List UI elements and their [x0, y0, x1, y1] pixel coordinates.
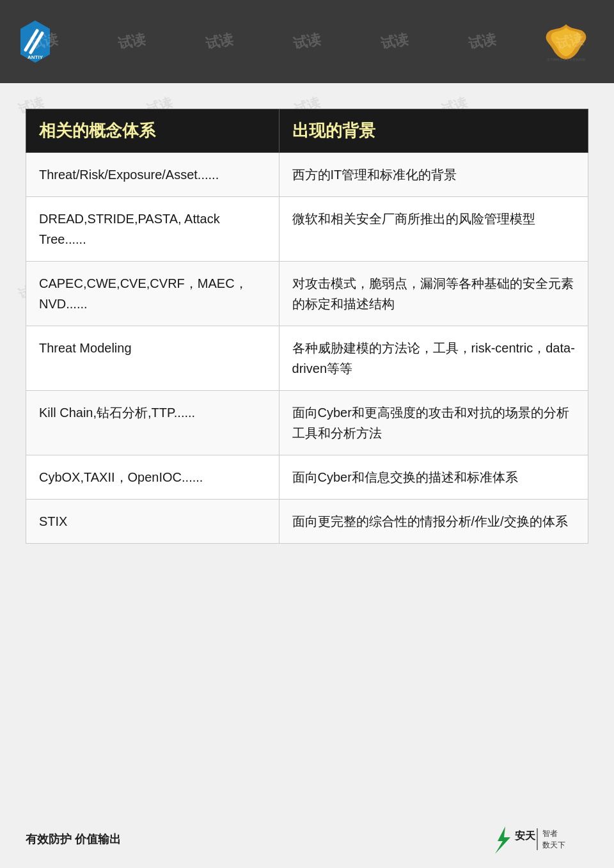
right-logo-icon: ANTIY 安天网络安全冬令营第四期 — [534, 21, 598, 63]
table-row: CAPEC,CWE,CVE,CVRF，MAEC，NVD......对攻击模式，脆… — [26, 262, 588, 326]
header-watermark: 试读 — [116, 29, 147, 53]
logo-area: ANTIY — [13, 19, 58, 64]
svg-text:ANTIY: ANTIY — [28, 54, 43, 60]
antiy-logo-icon: ANTIY — [13, 19, 58, 64]
main-content: 试读 试读 试读 试读 试读 试读 试读 试读 试读 试读 试读 试读 试读 试… — [0, 83, 614, 556]
header-right-logo: ANTIY 安天网络安全冬令营第四期 — [531, 16, 601, 67]
content-table: 相关的概念体系 出现的背景 Threat/Risk/Exposure/Asset… — [26, 109, 588, 544]
table-cell-left: CybOX,TAXII，OpenIOC...... — [26, 455, 279, 500]
footer-logo: 安天 智者 数天下 — [486, 823, 588, 855]
table-header-left: 相关的概念体系 — [26, 109, 279, 153]
svg-text:安天: 安天 — [514, 830, 536, 841]
header-watermark: 试读 — [379, 29, 411, 53]
table-cell-right: 面向Cyber和更高强度的攻击和对抗的场景的分析工具和分析方法 — [279, 391, 588, 455]
table-row: Threat/Risk/Exposure/Asset......西方的IT管理和… — [26, 153, 588, 197]
header-watermark-container: 试读 试读 试读 试读 试读 试读 试读 — [0, 0, 614, 83]
table-row: Threat Modeling各种威胁建模的方法论，工具，risk-centri… — [26, 326, 588, 391]
table-cell-right: 面向Cyber和信息交换的描述和标准体系 — [279, 455, 588, 500]
footer: 有效防护 价值输出 安天 智者 数天下 — [0, 823, 614, 855]
table-cell-left: Threat Modeling — [26, 326, 279, 391]
table-row: DREAD,STRIDE,PASTA, Attack Tree......微软和… — [26, 197, 588, 262]
svg-marker-6 — [495, 826, 510, 854]
footer-tagline: 有效防护 价值输出 — [26, 832, 121, 847]
table-row: STIX面向更完整的综合性的情报分析/作业/交换的体系 — [26, 500, 588, 544]
header: ANTIY 试读 试读 试读 试读 试读 试读 试读 ANTIY 安天网络安全冬… — [0, 0, 614, 83]
svg-text:智者: 智者 — [542, 829, 558, 838]
table-cell-right: 各种威胁建模的方法论，工具，risk-centric，data-driven等等 — [279, 326, 588, 391]
table-cell-right: 微软和相关安全厂商所推出的风险管理模型 — [279, 197, 588, 262]
table-cell-left: DREAD,STRIDE,PASTA, Attack Tree...... — [26, 197, 279, 262]
header-watermark: 试读 — [292, 29, 323, 53]
table-cell-right: 对攻击模式，脆弱点，漏洞等各种基础的安全元素的标定和描述结构 — [279, 262, 588, 326]
table-cell-right: 西方的IT管理和标准化的背景 — [279, 153, 588, 197]
svg-text:安天网络安全冬令营第四期: 安天网络安全冬令营第四期 — [547, 58, 585, 61]
table-cell-left: STIX — [26, 500, 279, 544]
table-cell-left: Threat/Risk/Exposure/Asset...... — [26, 153, 279, 197]
table-cell-left: Kill Chain,钻石分析,TTP...... — [26, 391, 279, 455]
table-header-right: 出现的背景 — [279, 109, 588, 153]
table-cell-right: 面向更完整的综合性的情报分析/作业/交换的体系 — [279, 500, 588, 544]
header-watermark: 试读 — [204, 29, 235, 53]
header-watermark: 试读 — [467, 29, 498, 53]
footer-logo-icon: 安天 智者 数天下 — [486, 823, 588, 855]
table-cell-left: CAPEC,CWE,CVE,CVRF，MAEC，NVD...... — [26, 262, 279, 326]
svg-text:数天下: 数天下 — [542, 840, 565, 849]
table-row: CybOX,TAXII，OpenIOC......面向Cyber和信息交换的描述… — [26, 455, 588, 500]
table-row: Kill Chain,钻石分析,TTP......面向Cyber和更高强度的攻击… — [26, 391, 588, 455]
